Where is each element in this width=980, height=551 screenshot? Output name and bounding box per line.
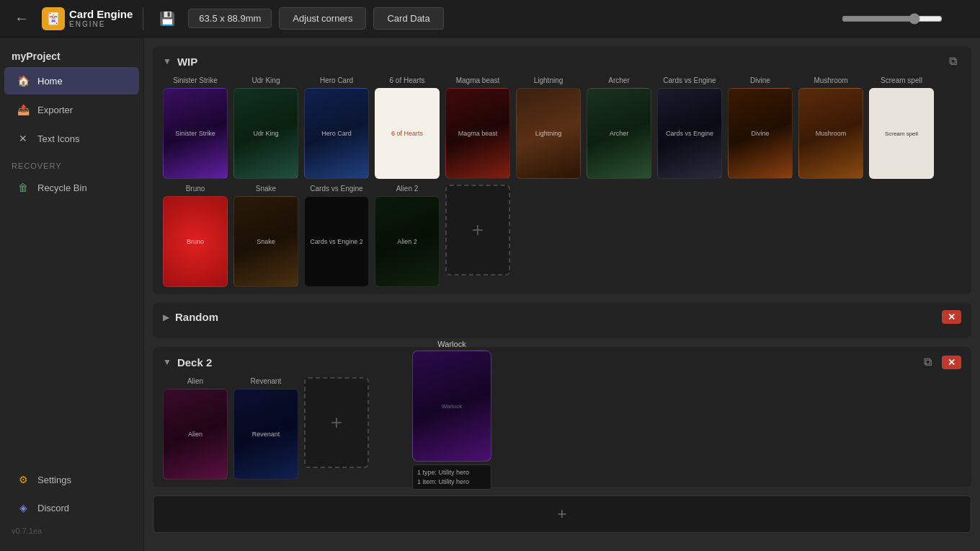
card-wrapper-sinister-strike: Sinister StrikeSinister Strike bbox=[163, 76, 228, 179]
sidebar-item-settings[interactable]: ⚙ Settings bbox=[4, 466, 139, 493]
card-label: Lightning bbox=[534, 76, 564, 84]
sidebar-label-text-icons: Text Icons bbox=[37, 133, 80, 144]
logo-subtitle: ENGINE bbox=[69, 20, 133, 28]
sidebar-item-text-icons[interactable]: ✕ Text Icons bbox=[4, 125, 139, 152]
card-label: Cards vs Engine bbox=[310, 185, 362, 193]
card-wrapper-hero-card: Hero CardHero Card bbox=[304, 76, 369, 179]
card-label: Scream spell bbox=[881, 76, 922, 84]
card-label: Divine bbox=[750, 76, 770, 84]
card-wrapper-add: + bbox=[445, 185, 510, 287]
discord-icon: ◈ bbox=[16, 501, 30, 515]
card-data-button[interactable]: Card Data bbox=[373, 7, 443, 30]
card-thumb-divine[interactable]: Divine bbox=[728, 88, 793, 179]
app-version: v0.7.1ea bbox=[0, 522, 143, 539]
save-button[interactable]: 💾 bbox=[153, 8, 181, 30]
deck2-section: ▼ Deck 2 ⧉ ✕ AlienAlienRevenantRevenant+… bbox=[153, 347, 971, 487]
zoom-range-input[interactable] bbox=[842, 13, 943, 25]
wip-toggle[interactable]: ▼ bbox=[163, 56, 172, 66]
card-wrapper-udr-king: Udr KingUdr King bbox=[233, 76, 298, 179]
random-section: ▶ Random ✕ bbox=[153, 303, 971, 338]
app-logo: 🃏 Card Engine ENGINE bbox=[42, 7, 133, 30]
card-thumb-alien-2[interactable]: Alien 2 bbox=[375, 196, 440, 287]
wip-copy-button[interactable]: ⧉ bbox=[945, 53, 961, 69]
card-label: Bruno bbox=[186, 185, 205, 193]
deck2-copy-button[interactable]: ⧉ bbox=[919, 354, 936, 370]
card-wrapper-divine: DivineDivine bbox=[728, 76, 793, 179]
sidebar-label-exporter: Exporter bbox=[37, 105, 73, 115]
card-thumb-scream-spell[interactable]: Scream spell bbox=[869, 88, 934, 179]
deck2-card-thumb-alien[interactable]: Alien bbox=[163, 389, 228, 480]
add-deck-plus-icon: + bbox=[558, 505, 567, 524]
topbar: ← 🃏 Card Engine ENGINE 💾 63.5 x 88.9mm A… bbox=[0, 0, 980, 38]
sidebar: myProject 🏠 Home 📤 Exporter ✕ Text Icons… bbox=[0, 38, 144, 551]
back-button[interactable]: ← bbox=[9, 7, 35, 30]
deck2-section-header: ▼ Deck 2 ⧉ ✕ bbox=[163, 354, 961, 370]
card-label: Udr King bbox=[252, 76, 280, 84]
card-thumb-udr-king[interactable]: Udr King bbox=[233, 88, 298, 179]
card-wrapper-mushroom: MushroomMushroom bbox=[798, 76, 863, 179]
sidebar-item-exporter[interactable]: 📤 Exporter bbox=[4, 96, 139, 123]
sidebar-label-home: Home bbox=[37, 76, 63, 87]
deck2-card-wrapper-alien: AlienAlien bbox=[163, 377, 228, 480]
card-thumb-archer[interactable]: Archer bbox=[587, 88, 651, 179]
card-label: Hero Card bbox=[320, 76, 353, 84]
card-thumb-add[interactable]: + bbox=[445, 185, 510, 276]
sidebar-label-discord: Discord bbox=[37, 503, 69, 513]
card-thumb-lightning[interactable]: Lightning bbox=[516, 88, 581, 179]
sidebar-item-home[interactable]: 🏠 Home bbox=[4, 67, 139, 94]
card-wrapper-6-of-hearts: 6 of Hearts6 of Hearts bbox=[375, 76, 440, 179]
export-icon: 📤 bbox=[16, 102, 30, 117]
card-label: Alien 2 bbox=[396, 185, 419, 193]
home-icon: 🏠 bbox=[16, 74, 30, 88]
wip-section-header: ▼ WIP ⧉ bbox=[163, 53, 961, 69]
card-thumb-cards-vs-engine[interactable]: Cards vs Engine bbox=[657, 88, 722, 179]
text-icons-icon: ✕ bbox=[16, 131, 30, 146]
wip-section: ▼ WIP ⧉ Sinister StrikeSinister StrikeUd… bbox=[153, 46, 971, 294]
recycle-bin-icon: 🗑 bbox=[16, 180, 30, 195]
deck2-delete-button[interactable]: ✕ bbox=[942, 356, 961, 369]
card-wrapper-cards-vs-engine-2: Cards vs EngineCards vs Engine 2 bbox=[304, 185, 369, 287]
random-title: Random bbox=[175, 311, 218, 323]
settings-icon: ⚙ bbox=[16, 472, 30, 487]
card-thumb-hero-card[interactable]: Hero Card bbox=[304, 88, 369, 179]
card-label: Archer bbox=[608, 76, 629, 84]
main-layout: myProject 🏠 Home 📤 Exporter ✕ Text Icons… bbox=[0, 38, 980, 551]
floating-card-label: Warlock bbox=[412, 340, 491, 348]
sidebar-item-recycle-bin[interactable]: 🗑 Recycle Bin bbox=[4, 174, 139, 201]
deck2-toggle[interactable]: ▼ bbox=[163, 357, 172, 367]
card-thumb-sinister-strike[interactable]: Sinister Strike bbox=[163, 88, 228, 179]
zoom-slider bbox=[842, 13, 971, 25]
card-thumb-mushroom[interactable]: Mushroom bbox=[798, 88, 863, 179]
card-wrapper-scream-spell: Scream spellScream spell bbox=[869, 76, 934, 179]
sidebar-footer: ⚙ Settings ◈ Discord v0.7.1ea bbox=[0, 465, 143, 545]
card-thumb-6-of-hearts[interactable]: 6 of Hearts bbox=[375, 88, 440, 179]
card-wrapper-cards-vs-engine: Cards vs EngineCards vs Engine bbox=[657, 76, 722, 179]
recovery-section-label: Recovery bbox=[0, 153, 143, 173]
card-label: 6 of Hearts bbox=[390, 76, 425, 84]
card-label: Magma beast bbox=[456, 76, 500, 84]
card-thumb-magma-beast[interactable]: Magma beast bbox=[445, 88, 510, 179]
deck2-card-thumb-revenant[interactable]: Revenant bbox=[233, 389, 298, 480]
random-toggle[interactable]: ▶ bbox=[163, 312, 169, 322]
sidebar-item-discord[interactable]: ◈ Discord bbox=[4, 494, 139, 521]
deck2-card-thumb-add[interactable]: + bbox=[304, 377, 369, 468]
card-wrapper-magma-beast: Magma beastMagma beast bbox=[445, 76, 510, 179]
card-thumb-snake[interactable]: Snake bbox=[233, 196, 298, 287]
card-size-display: 63.5 x 88.9mm bbox=[188, 9, 272, 28]
card-thumb-bruno[interactable]: Bruno bbox=[163, 196, 228, 287]
sidebar-label-settings: Settings bbox=[37, 475, 71, 485]
add-deck-button[interactable]: + bbox=[153, 495, 971, 533]
random-delete-button[interactable]: ✕ bbox=[942, 310, 961, 324]
project-name: myProject bbox=[0, 43, 143, 66]
card-wrapper-snake: SnakeSnake bbox=[233, 185, 298, 287]
content-area: ▼ WIP ⧉ Sinister StrikeSinister StrikeUd… bbox=[144, 38, 980, 551]
deck2-card-label: Revenant bbox=[251, 377, 282, 385]
card-thumb-cards-vs-engine-2[interactable]: Cards vs Engine 2 bbox=[304, 196, 369, 287]
card-wrapper-lightning: LightningLightning bbox=[516, 76, 581, 179]
logo-icon: 🃏 bbox=[42, 7, 65, 30]
card-label: Sinister Strike bbox=[173, 76, 218, 84]
deck2-card-label: Alien bbox=[187, 377, 203, 385]
divider-1 bbox=[143, 7, 143, 30]
card-wrapper-alien-2: Alien 2Alien 2 bbox=[375, 185, 440, 287]
adjust-corners-button[interactable]: Adjust corners bbox=[279, 7, 366, 30]
